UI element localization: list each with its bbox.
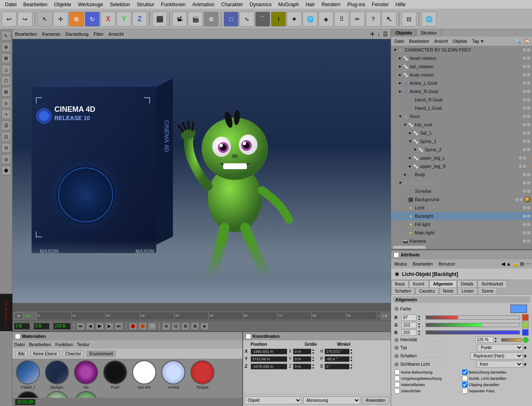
rgb-g-slider[interactable]: [426, 323, 520, 327]
obj-row-body-mover[interactable]: ► 🦴 body-mover: [391, 71, 532, 79]
rgb-b-input[interactable]: [401, 330, 416, 336]
obj-ansicht[interactable]: Ansicht: [433, 39, 450, 44]
dot2-10[interactable]: [527, 131, 530, 135]
x-axis[interactable]: X: [101, 12, 116, 27]
goto-end-btn[interactable]: ⏭: [115, 322, 123, 330]
dot1-3[interactable]: [523, 73, 526, 76]
menu-datei[interactable]: Datei: [2, 1, 20, 8]
obj-row-upper_leg_r[interactable]: ► 🦴 upper_leg_R ⊞: [391, 162, 532, 170]
internet-btn[interactable]: 🌐: [421, 12, 436, 27]
keyframe-btn5[interactable]: ◈: [200, 322, 209, 330]
size-y-input[interactable]: [293, 356, 311, 362]
menu-hilfe[interactable]: Hilfe: [392, 1, 409, 8]
render-options[interactable]: ⚙: [204, 12, 219, 27]
mat-datei[interactable]: Datei: [14, 342, 25, 347]
size-z-arrows[interactable]: ▲▼: [312, 363, 318, 369]
menu-struktur[interactable]: Struktur: [133, 1, 158, 8]
farbe-toggle[interactable]: [394, 307, 399, 311]
attr-tab-schatten[interactable]: Schatten: [391, 288, 415, 294]
menu-werkzeuge[interactable]: Werkzeuge: [74, 1, 106, 8]
obj-row-backlight[interactable]: ✦ Backlight: [391, 212, 532, 220]
cb-glanz-input[interactable]: [394, 388, 400, 394]
material-swatch-skin_1[interactable]: skin_1: [43, 391, 71, 398]
menu-fenster[interactable]: Fenster: [369, 1, 392, 8]
obj-row-ankle_r-goal[interactable]: ► ◎ Ankle_R.Goal: [391, 87, 532, 96]
cursor-btn[interactable]: ↖: [382, 12, 397, 27]
intensity-slider[interactable]: [501, 338, 522, 342]
attr-back-icon[interactable]: ◀: [501, 261, 505, 267]
expand-5[interactable]: ►: [398, 89, 403, 94]
angle-p-arrows[interactable]: ▲▼: [350, 356, 357, 362]
left-tool-9[interactable]: ☰: [1, 121, 11, 130]
left-tool-2[interactable]: ⊕: [1, 42, 11, 52]
attr-tab-basis[interactable]: Basis: [391, 280, 409, 288]
dot2-13[interactable]: [523, 156, 526, 160]
size-x-arrows[interactable]: ▲▼: [312, 348, 318, 354]
expand-16[interactable]: ▼: [398, 181, 403, 185]
dot2-17[interactable]: [527, 189, 530, 193]
deform-btn[interactable]: ⌇: [271, 12, 286, 27]
material-swatch-Iris[interactable]: Iris: [72, 360, 100, 389]
typ-select[interactable]: Punkt Spot Fläche Unendlich: [477, 344, 523, 351]
dot2-20[interactable]: [527, 214, 530, 218]
left-tool-3[interactable]: ⊠: [1, 53, 11, 63]
left-tool-8[interactable]: ⌖: [1, 109, 11, 119]
menu-dynamics[interactable]: Dynamics: [246, 1, 275, 8]
dot2-23[interactable]: [527, 239, 530, 243]
schatten-toggle[interactable]: [394, 354, 399, 358]
record-btn[interactable]: [129, 322, 137, 330]
box-tool[interactable]: ⬛: [152, 12, 167, 27]
dot2-5[interactable]: [527, 90, 530, 93]
cb-umgebungs-input[interactable]: [394, 376, 400, 381]
intensity-input[interactable]: [475, 337, 494, 343]
layout-btn[interactable]: ⊟: [401, 12, 416, 27]
select-tool[interactable]: ↖: [37, 12, 52, 27]
expand-3[interactable]: ►: [398, 73, 403, 77]
rotate-tool[interactable]: ↻: [85, 12, 100, 27]
obj-row-fill-light[interactable]: ✦ Fill light: [391, 220, 532, 229]
obj-row-environment[interactable]: ▼ ⊘ Environment: [391, 179, 532, 187]
dot2-2[interactable]: [527, 65, 530, 68]
expand-14[interactable]: ►: [408, 164, 413, 168]
frame-current-input[interactable]: [34, 323, 49, 330]
redo-button[interactable]: ↪: [17, 12, 32, 27]
material-swatch-Pupil[interactable]: Pupil: [101, 360, 129, 389]
size-z-input[interactable]: [293, 364, 311, 369]
cb-keine-bel-input[interactable]: [394, 369, 400, 375]
menu-rendern[interactable]: Rendern: [318, 1, 344, 8]
dot1-5[interactable]: [523, 90, 526, 93]
dot2-18[interactable]: [520, 198, 523, 201]
attr-tab-caustics[interactable]: Caustics: [415, 288, 438, 294]
rgb-g-arrows[interactable]: ▲▼: [418, 322, 424, 328]
obj-row-hip_root[interactable]: ▼ 🦴 Hip_root: [391, 121, 532, 129]
obj-row-head-rotation[interactable]: ► 🦴 head rotation: [391, 54, 532, 62]
cb-sichtb-licht-input[interactable]: [462, 376, 468, 381]
dot1-21[interactable]: [523, 223, 526, 226]
expand-2[interactable]: ►: [398, 64, 403, 69]
dot2-21[interactable]: [527, 223, 530, 226]
angle-b-arrows[interactable]: ▲▼: [350, 363, 357, 369]
cb-sep-pass-input[interactable]: [462, 388, 468, 394]
question-btn[interactable]: ?: [366, 12, 381, 27]
dot2-9[interactable]: [527, 123, 530, 126]
filter-charcter[interactable]: Charcter: [62, 351, 84, 357]
menu-objekte[interactable]: Objekte: [51, 1, 74, 8]
objects-hscroll-thumb[interactable]: [393, 246, 426, 249]
dot2-22[interactable]: [527, 231, 530, 234]
intensity-arrows[interactable]: ▲▼: [494, 337, 501, 343]
left-select[interactable]: ↖: [1, 31, 11, 41]
sketch-btn[interactable]: ✏: [350, 12, 365, 27]
particle-btn[interactable]: ⠿: [334, 12, 349, 27]
next-frame-btn[interactable]: ▶: [105, 322, 113, 330]
cube-btn[interactable]: □: [224, 12, 239, 27]
frame-end-input[interactable]: [53, 323, 71, 330]
left-tool-10[interactable]: ⊡: [1, 132, 11, 142]
dot1-1[interactable]: [523, 57, 526, 60]
frame-start-input[interactable]: [14, 323, 30, 330]
dot1-16[interactable]: [523, 181, 526, 185]
attr-up-icon[interactable]: ▲: [506, 261, 511, 267]
intensity-toggle[interactable]: [394, 338, 399, 342]
dot1-19[interactable]: [523, 206, 526, 209]
dot2-6[interactable]: [527, 98, 530, 101]
render-to-picture[interactable]: 🎬: [188, 12, 203, 27]
